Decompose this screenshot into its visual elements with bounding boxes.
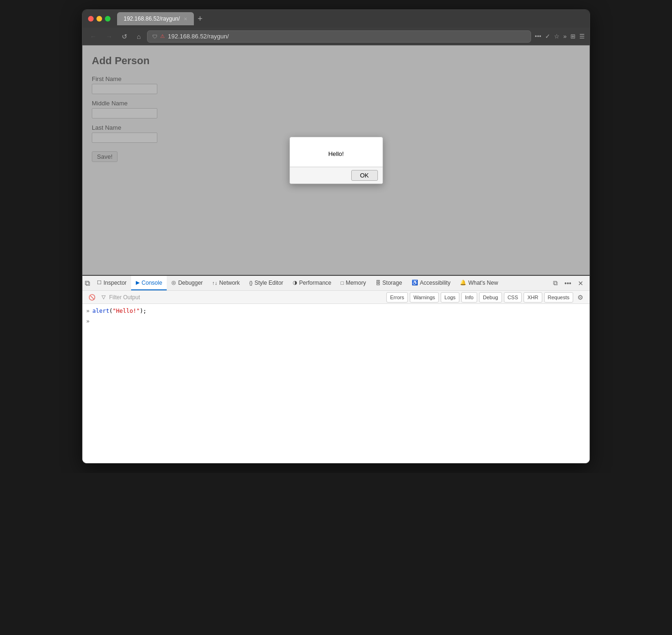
nav-bar: ← → ↺ ⌂ 🛡 ⚠ 192.168.86.52/raygun/ ••• ✓ … — [82, 28, 590, 45]
console-line-2[interactable]: » — [82, 316, 590, 326]
console-label: Console — [141, 280, 162, 286]
console-filter-buttons: Errors Warnings Logs Info Debug CSS XHR … — [386, 292, 586, 303]
alert-overlay: Hello! OK — [82, 45, 590, 275]
memory-icon: □ — [341, 280, 344, 286]
devtools-actions: ⧉ ••• ✕ — [547, 278, 590, 288]
filter-info-button[interactable]: Info — [461, 292, 477, 303]
memory-label: Memory — [346, 280, 366, 286]
filter-warnings-button[interactable]: Warnings — [410, 292, 439, 303]
debugger-label: Debugger — [178, 280, 203, 286]
close-traffic-light[interactable] — [88, 16, 94, 22]
devtools-tab-performance[interactable]: ◑ Performance — [288, 276, 336, 290]
pocket-icon[interactable]: ✓ — [545, 33, 550, 40]
accessibility-icon: ♿ — [412, 280, 418, 286]
nav-icons: ••• ✓ ☆ » ⊞ ☰ — [535, 33, 585, 40]
storage-icon: 🗄 — [376, 280, 381, 286]
devtools-tab-style-editor[interactable]: {} Style Editor — [244, 276, 288, 290]
devtools-close-button[interactable]: ✕ — [576, 278, 586, 288]
whats-new-label: What's New — [468, 280, 498, 286]
address-text: 192.168.86.52/raygun/ — [168, 33, 229, 40]
performance-label: Performance — [299, 280, 332, 286]
filter-debug-button[interactable]: Debug — [479, 292, 502, 303]
filter-icon: ▽ — [102, 294, 105, 300]
reload-button[interactable]: ↺ — [119, 31, 130, 42]
menu-icon[interactable]: ☰ — [579, 33, 585, 40]
filter-logs-button[interactable]: Logs — [441, 292, 459, 303]
devtools-tab-storage[interactable]: 🗄 Storage — [371, 276, 407, 290]
title-bar: 192.168.86.52/raygun/ ✕ + — [82, 10, 590, 28]
style-editor-label: Style Editor — [254, 280, 283, 286]
console-code-function: alert — [92, 307, 109, 315]
tab-bar: 192.168.86.52/raygun/ ✕ + — [117, 12, 206, 25]
debugger-icon: ◎ — [171, 280, 176, 286]
tab-label: 192.168.86.52/raygun/ — [124, 15, 180, 22]
devtools-tab-accessibility[interactable]: ♿ Accessibility — [407, 276, 455, 290]
devtools-tab-debugger[interactable]: ◎ Debugger — [167, 276, 207, 290]
home-button[interactable]: ⌂ — [134, 31, 143, 42]
page-content: Add Person First Name Middle Name Last N… — [82, 45, 590, 275]
console-filter-bar: 🚫 ▽ Filter Output Errors Warnings Logs I… — [82, 291, 590, 304]
devtools-pick-element[interactable]: ⧉ — [82, 278, 92, 289]
console-content: » alert("Hello!"); » — [82, 304, 590, 463]
accessibility-label: Accessibility — [420, 280, 450, 286]
devtools-more-button[interactable]: ••• — [562, 278, 574, 288]
devtools-popout-button[interactable]: ⧉ — [551, 278, 560, 288]
devtools-tab-memory[interactable]: □ Memory — [336, 276, 371, 290]
devtools-tab-inspector[interactable]: ☐ Inspector — [92, 276, 131, 290]
devtools: ⧉ ☐ Inspector ▶ Console ◎ Debugger ↑↓ Ne… — [82, 275, 590, 463]
forward-button[interactable]: → — [103, 31, 115, 42]
devtools-tab-whats-new[interactable]: 🔔 What's New — [455, 276, 503, 290]
traffic-lights — [88, 16, 111, 22]
inspector-label: Inspector — [103, 280, 126, 286]
filter-requests-button[interactable]: Requests — [544, 292, 573, 303]
console-settings-button[interactable]: ⚙ — [575, 292, 586, 303]
inspector-icon: ☐ — [97, 280, 102, 286]
shield-icon: 🛡 — [152, 34, 157, 39]
console-prompt-icon: » — [86, 307, 89, 315]
new-tab-button[interactable]: + — [195, 15, 206, 23]
browser-tab[interactable]: 192.168.86.52/raygun/ ✕ — [117, 12, 194, 25]
sync-icon[interactable]: ⊞ — [570, 33, 576, 40]
bookmark-icon[interactable]: ☆ — [554, 33, 560, 40]
style-editor-icon: {} — [249, 280, 252, 286]
tab-close-icon[interactable]: ✕ — [184, 16, 187, 22]
filter-errors-button[interactable]: Errors — [386, 292, 408, 303]
performance-icon: ◑ — [293, 280, 297, 286]
devtools-tab-console[interactable]: ▶ Console — [131, 276, 167, 290]
whats-new-icon: 🔔 — [460, 280, 466, 286]
console-icon: ▶ — [136, 280, 140, 286]
console-line-1: » alert("Hello!"); — [82, 306, 590, 316]
alert-footer: OK — [290, 167, 383, 184]
alert-ok-button[interactable]: OK — [351, 170, 378, 181]
more-icon[interactable]: ••• — [535, 33, 541, 40]
devtools-tab-network[interactable]: ↑↓ Network — [207, 276, 244, 290]
address-bar[interactable]: 🛡 ⚠ 192.168.86.52/raygun/ — [147, 30, 531, 43]
console-clear-button[interactable]: 🚫 — [86, 293, 98, 302]
console-cursor-prompt: » — [86, 317, 89, 325]
lock-icon: ⚠ — [160, 33, 165, 39]
filter-placeholder: Filter Output — [109, 294, 140, 301]
maximize-traffic-light[interactable] — [105, 16, 111, 22]
extensions-icon[interactable]: » — [563, 33, 567, 40]
storage-label: Storage — [383, 280, 402, 286]
minimize-traffic-light[interactable] — [96, 16, 102, 22]
alert-message: Hello! — [290, 137, 383, 167]
filter-xhr-button[interactable]: XHR — [524, 292, 542, 303]
filter-css-button[interactable]: CSS — [504, 292, 522, 303]
devtools-toolbar: ⧉ ☐ Inspector ▶ Console ◎ Debugger ↑↓ Ne… — [82, 276, 590, 291]
network-label: Network — [219, 280, 240, 286]
network-icon: ↑↓ — [212, 280, 217, 286]
back-button[interactable]: ← — [87, 31, 99, 42]
alert-dialog: Hello! OK — [289, 137, 383, 184]
